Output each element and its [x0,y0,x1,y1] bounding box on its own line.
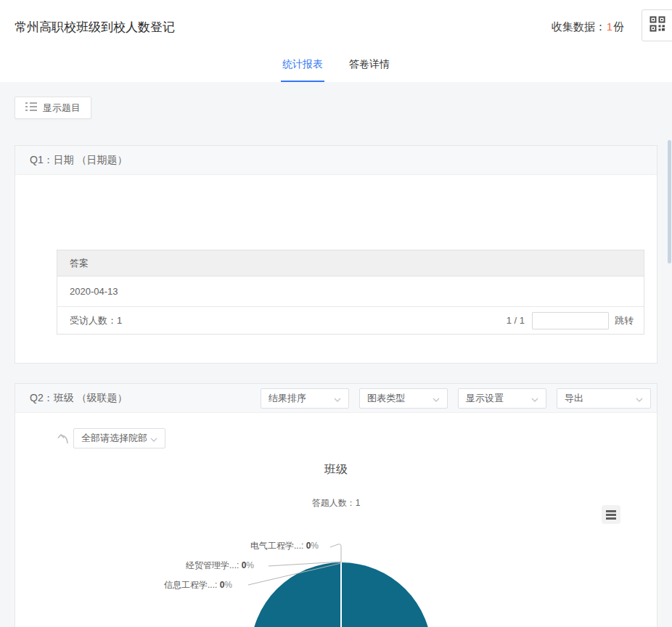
collect-label: 收集数据： [552,20,606,33]
q2-card: Q2：班级 （级联题） 结果排序 图表类型 显示设置 导出 [15,383,657,627]
page-title: 常州高职校班级到校人数登记 [15,19,175,36]
export-dropdown[interactable]: 导出 [557,388,651,409]
pie-label: 经贸管理学...: 0% [186,560,254,572]
jump-button[interactable]: 跳转 [615,314,634,327]
show-questions-label: 显示题目 [43,102,81,115]
q2-header: Q2：班级 （级联题） 结果排序 图表类型 显示设置 导出 [15,384,657,413]
q1-header: Q1：日期 （日期题） [15,146,657,175]
show-questions-button[interactable]: 显示题目 [15,97,91,119]
q2-title: Q2：班级 （级联题） [30,384,128,412]
pie-label: 信息工程学...: 0% [164,579,232,591]
collect-info: 收集数据：1份 [552,20,624,34]
chart-type-dropdown[interactable]: 图表类型 [359,388,448,409]
chart-title: 班级 [15,462,657,478]
pie-label-text: 信息工程学...: [164,580,220,590]
main-content: 显示题目 Q1：日期 （日期题） 答案 2020-04-13 受访人数：1 1 … [0,82,672,627]
chart-subtitle: 答题人数：1 [15,497,657,509]
pie-label-pct: % [311,541,319,551]
chart-menu-button[interactable] [602,505,620,524]
pie-slice-divider [340,562,342,627]
app-header: 常州高职校班级到校人数登记 收集数据：1份 统计报表 答卷详情 [0,0,672,82]
pie-label-text: 电气工程学...: [250,541,306,551]
tab-report[interactable]: 统计报表 [281,58,324,82]
table-header-cell: 答案 [57,250,644,276]
chevron-down-icon [334,393,341,404]
chevron-down-icon [636,393,643,404]
tabs-bar: 统计报表 答卷详情 [281,58,391,82]
sort-dropdown-label: 结果排序 [269,392,306,405]
display-settings-dropdown[interactable]: 显示设置 [458,388,546,409]
drill-up-arrow-icon[interactable] [55,430,71,446]
collect-count: 1 [607,20,612,33]
pie-label-pct: % [246,560,254,570]
q1-body: 答案 2020-04-13 受访人数：1 1 / 1 跳转 [15,175,657,364]
respondents-count: 受访人数：1 [70,314,122,327]
qr-code-button[interactable] [642,9,672,41]
table-row: 2020-04-13 [57,276,644,307]
table-footer-row: 受访人数：1 1 / 1 跳转 [57,307,644,334]
answer-table: 答案 2020-04-13 受访人数：1 1 / 1 跳转 [57,250,644,335]
scrollbar-thumb[interactable] [668,140,671,263]
q2-body: 全部请选择院部 班级 答题人数：1 电气工程学...: [15,413,657,627]
tab-detail[interactable]: 答卷详情 [348,58,391,82]
collect-unit: 份 [613,20,624,33]
pie-label-text: 经贸管理学...: [186,560,242,570]
qr-code-icon [650,16,665,35]
export-dropdown-label: 导出 [565,392,583,405]
sort-dropdown[interactable]: 结果排序 [261,388,349,409]
list-icon [25,102,37,114]
chevron-down-icon [531,393,538,404]
display-settings-dropdown-label: 显示设置 [466,392,504,405]
pie-label: 电气工程学...: 0% [250,540,319,552]
q1-title: Q1：日期 （日期题） [30,146,128,174]
chevron-down-icon [433,393,440,404]
cascade-select[interactable]: 全部请选择院部 [73,428,165,448]
chevron-down-icon [150,433,157,444]
chart-type-dropdown-label: 图表类型 [367,392,405,405]
cascade-select-value: 全部请选择院部 [81,432,147,445]
q1-card: Q1：日期 （日期题） 答案 2020-04-13 受访人数：1 1 / 1 跳… [15,145,657,364]
page-indicator: 1 / 1 [507,315,525,326]
pie-label-pct: % [224,580,232,590]
page-jump-input[interactable] [532,312,609,329]
